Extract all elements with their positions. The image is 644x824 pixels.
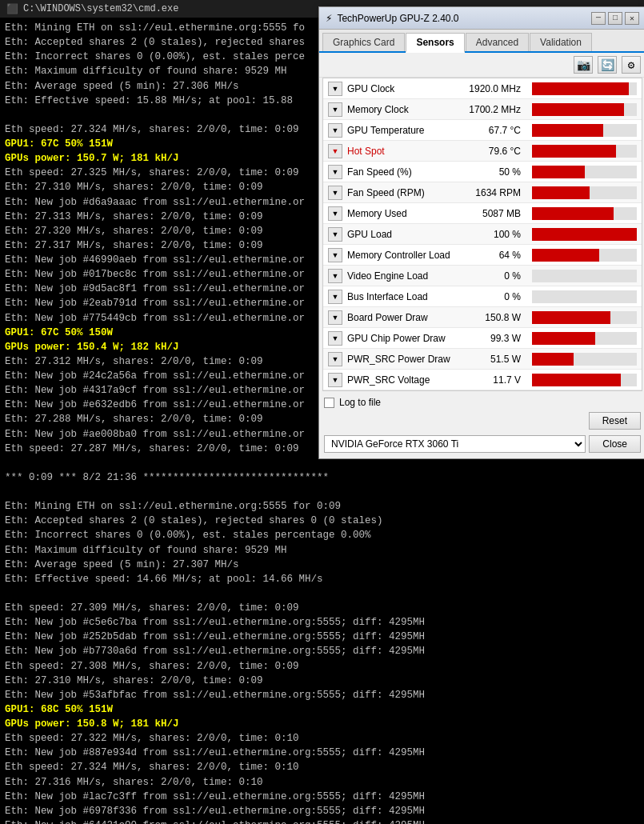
log-to-file-label: Log to file [339, 397, 381, 408]
sensor-dropdown[interactable]: ▼ [328, 290, 342, 304]
gpuz-window: ⚡ TechPowerUp GPU-Z 2.40.0 ─ □ ✕ Graphic… [318, 6, 644, 459]
sensor-dropdown[interactable]: ▼ [328, 310, 342, 325]
sensor-dropdown[interactable]: ▼ [328, 331, 342, 346]
reset-button-row: Reset [324, 410, 641, 433]
sensor-name: ▼Hot Spot [323, 144, 463, 158]
gpuz-title: TechPowerUp GPU-Z 2.40.0 [337, 13, 586, 24]
sensor-dropdown[interactable]: ▼ [328, 269, 342, 283]
sensor-row: ▼Fan Speed (RPM)1634 RPM [323, 182, 642, 203]
sensor-name: ▼PWR_SRC Voltage [323, 373, 463, 387]
sensor-bar [532, 103, 624, 116]
sensor-value: 50 % [463, 166, 527, 178]
tab-validation[interactable]: Validation [530, 33, 592, 51]
sensor-value: 100 % [463, 229, 527, 240]
sensor-row: ▼GPU Clock1920.0 MHz [323, 78, 642, 99]
sensor-name: ▼Fan Speed (RPM) [323, 186, 463, 200]
sensor-bar [532, 186, 590, 199]
sensor-name: ▼GPU Clock [323, 82, 463, 96]
sensor-bar-container [532, 311, 637, 324]
sensor-bar-container [532, 82, 637, 95]
sensor-dropdown[interactable]: ▼ [328, 82, 342, 96]
settings-button[interactable]: ⚙ [622, 56, 641, 74]
sensor-dropdown[interactable]: ▼ [328, 206, 342, 221]
sensor-bar-container [532, 124, 637, 137]
sensor-bar [532, 353, 574, 366]
close-window-button[interactable]: ✕ [625, 12, 639, 25]
sensor-bar [532, 124, 603, 137]
sensor-row: ▼GPU Load100 % [323, 224, 642, 245]
sensor-dropdown[interactable]: ▼ [328, 352, 342, 366]
sensor-name: ▼GPU Load [323, 227, 463, 242]
reset-button[interactable]: Reset [589, 412, 641, 430]
refresh-button[interactable]: 🔄 [598, 56, 617, 74]
sensor-row: ▼GPU Chip Power Draw99.3 W [323, 328, 642, 349]
sensor-bar-container [532, 270, 637, 282]
sensor-name: ▼Memory Used [323, 206, 463, 221]
sensor-name: ▼Board Power Draw [323, 310, 463, 325]
sensor-value: 1634 RPM [463, 187, 527, 198]
sensor-bar-container [532, 290, 637, 303]
log-to-file-row: Log to file [324, 394, 641, 410]
sensor-value: 5087 MB [463, 208, 527, 219]
sensor-value: 99.3 W [463, 333, 527, 344]
sensor-dropdown[interactable]: ▼ [328, 123, 342, 138]
camera-button[interactable]: 📷 [574, 56, 593, 74]
device-select[interactable]: NVIDIA GeForce RTX 3060 Ti [324, 435, 586, 453]
sensor-value: 0 % [463, 270, 527, 282]
sensor-bar [532, 249, 599, 262]
sensor-dropdown[interactable]: ▼ [328, 227, 342, 242]
sensor-bar [532, 374, 621, 386]
sensor-dropdown[interactable]: ▼ [328, 186, 342, 200]
sensor-row: ▼Board Power Draw150.8 W [323, 307, 642, 328]
sensor-name: ▼PWR_SRC Power Draw [323, 352, 463, 366]
sensor-value: 1920.0 MHz [463, 83, 527, 94]
cmd-icon: ⬛ [6, 3, 18, 15]
sensor-name: ▼GPU Temperature [323, 123, 463, 138]
sensor-bar-container [532, 332, 637, 345]
sensor-value: 11.7 V [463, 374, 527, 386]
sensor-bar-container [532, 166, 637, 178]
sensor-value: 79.6 °C [463, 146, 527, 157]
sensor-row: ▼PWR_SRC Power Draw51.5 W [323, 349, 642, 370]
sensor-name: ▼Fan Speed (%) [323, 165, 463, 179]
sensor-bar [532, 82, 629, 95]
sensor-row: ▼Memory Controller Load64 % [323, 245, 642, 266]
log-to-file-checkbox[interactable] [324, 398, 334, 408]
tab-advanced[interactable]: Advanced [466, 33, 529, 51]
maximize-button[interactable]: □ [608, 12, 622, 25]
gpuz-tabs: Graphics CardSensorsAdvancedValidation [319, 30, 644, 53]
sensor-bar-container [532, 249, 637, 262]
gpuz-window-controls: ─ □ ✕ [591, 12, 639, 25]
device-row: NVIDIA GeForce RTX 3060 Ti Close [324, 433, 641, 455]
sensor-list: ▼GPU Clock1920.0 MHz▼Memory Clock1700.2 … [322, 78, 642, 391]
tab-sensors[interactable]: Sensors [406, 33, 464, 53]
sensor-row: ▼GPU Temperature67.7 °C [323, 120, 642, 141]
sensor-dropdown[interactable]: ▼ [328, 144, 342, 158]
gpuz-icon: ⚡ [326, 11, 332, 25]
sensor-bar [532, 166, 585, 178]
gpuz-titlebar: ⚡ TechPowerUp GPU-Z 2.40.0 ─ □ ✕ [319, 7, 644, 30]
close-button[interactable]: Close [589, 435, 641, 453]
sensor-row: ▼Memory Used5087 MB [323, 203, 642, 224]
sensor-row: ▼PWR_SRC Voltage11.7 V [323, 370, 642, 390]
sensor-dropdown[interactable]: ▼ [328, 165, 342, 179]
sensor-name: ▼GPU Chip Power Draw [323, 331, 463, 346]
sensor-dropdown[interactable]: ▼ [328, 373, 342, 387]
sensor-bar [532, 145, 616, 158]
sensor-bar [532, 311, 610, 324]
sensor-dropdown[interactable]: ▼ [328, 248, 342, 262]
sensor-bar-container [532, 145, 637, 158]
sensor-row: ▼Hot Spot79.6 °C [323, 141, 642, 162]
sensor-value: 0 % [463, 291, 527, 302]
sensor-bar [532, 228, 637, 241]
sensor-name: ▼Bus Interface Load [323, 290, 463, 304]
sensor-bar-container [532, 103, 637, 116]
minimize-button[interactable]: ─ [591, 12, 606, 25]
sensor-dropdown[interactable]: ▼ [328, 102, 342, 117]
sensor-value: 150.8 W [463, 312, 527, 323]
sensor-bar-container [532, 374, 637, 386]
tab-graphics-card[interactable]: Graphics Card [322, 33, 405, 51]
sensor-value: 1700.2 MHz [463, 104, 527, 115]
sensor-value: 51.5 W [463, 354, 527, 365]
sensor-name: ▼Memory Clock [323, 102, 463, 117]
